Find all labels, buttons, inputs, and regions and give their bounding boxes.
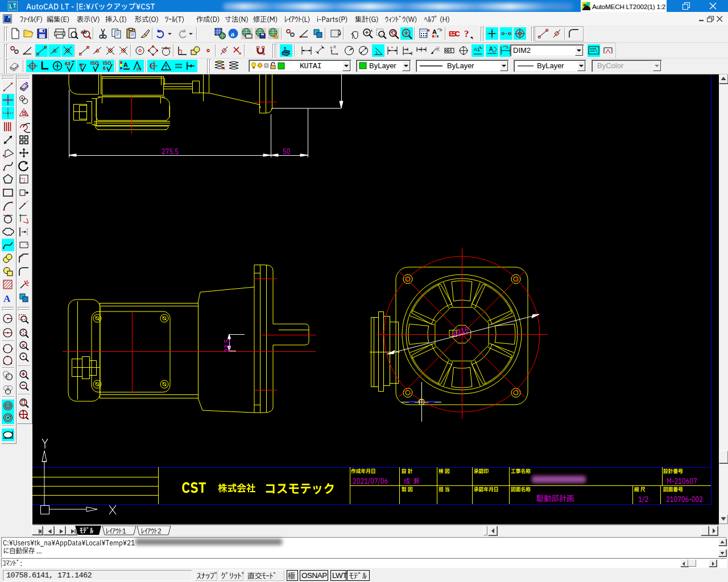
svg-text:6: 6 [103, 65, 106, 71]
svg-text:±: ± [370, 28, 373, 33]
svg-text:ESC: ESC [449, 30, 461, 38]
svg-text:?: ? [464, 28, 469, 39]
svg-text:a: a [231, 30, 235, 38]
svg-text:63: 63 [65, 61, 71, 66]
svg-text:A: A [432, 28, 437, 35]
svg-text:ISO: ISO [90, 60, 99, 66]
svg-text:89: 89 [136, 66, 142, 72]
svg-text:6: 6 [80, 63, 82, 68]
svg-text:A: A [123, 61, 128, 68]
